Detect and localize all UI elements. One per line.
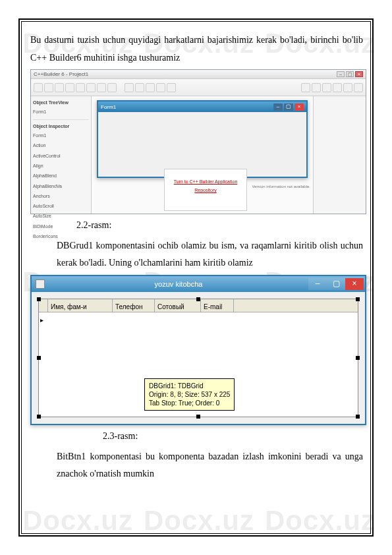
prop-row[interactable]: Action [33,140,89,150]
toolbar-button[interactable] [34,83,43,92]
paragraph-1: Bu dasturni tuzish uchun quyidagi harkat… [30,32,363,67]
component-tooltip: DBGrid1: TDBGrid Origin: 8, 8; Size: 537… [144,378,235,411]
form-maximize-icon[interactable]: ▢ [284,103,293,111]
tooltip-line: Origin: 8, 8; Size: 537 x 225 [149,390,230,399]
tooltip-line: DBGrid1: TDBGrid [149,382,230,390]
form-titlebar: Form1 – ▢ × [98,102,306,112]
tree-item[interactable]: Form1 [33,107,89,117]
minimize-icon[interactable]: – [337,71,345,77]
ide-left-panel: Object TreeView Form1 Object Inspector F… [31,96,92,214]
paragraph-2: DBGrud1 komponentasini ochib olamiz bu i… [57,237,363,272]
form2-title: yozuv kitobcha [49,278,308,291]
inspector-selected[interactable]: Form1 [33,131,89,140]
column-header[interactable]: Сотовый [155,299,201,312]
column-header[interactable]: Имя, фам-и [48,299,113,312]
toolbar-button[interactable] [312,83,321,92]
toolbar-button[interactable] [65,83,74,92]
ide-center: Form1 – ▢ × Turn to C++ Builder Applicat… [92,96,313,214]
ide-welcome-doc[interactable]: Turn to C++ Builder Application Reposito… [164,169,247,211]
page-content: Bu dasturni tuzish uchun quyidagi harkat… [30,32,363,523]
column-header[interactable]: Телефон [113,299,155,312]
ide-body: Object TreeView Form1 Object Inspector F… [31,96,366,214]
maximize-icon[interactable]: ▢ [327,278,345,290]
ide-form-designer[interactable]: Form1 – ▢ × [97,100,308,178]
form-close-icon[interactable]: × [294,103,304,111]
minimize-icon[interactable]: – [308,278,327,290]
toolbar-button[interactable] [125,83,134,92]
toolbar-button[interactable] [107,83,117,92]
toolbar-button[interactable] [146,83,155,92]
screenshot-ide: C++Builder 6 - Project1 – ▢ × [30,69,366,214]
toolbar-button[interactable] [156,83,165,92]
form-design-surface[interactable] [98,112,306,177]
prop-row[interactable]: AlphaBlend [33,171,89,181]
paragraph-3: BitBtn1 komponentasi bu komponenta bazad… [57,448,363,483]
row-indicator-icon: ▸ [40,314,43,326]
prop-row[interactable]: Align [33,161,89,171]
close-icon[interactable]: × [355,71,363,77]
dbgrid-header: Имя, фам-и Телефон Сотовый E-mail [39,299,358,312]
ide-window-buttons: – ▢ × [337,71,363,77]
figure-caption-2: 2.3-rasm: [103,428,363,446]
ide-titlebar: C++Builder 6 - Project1 – ▢ × [31,70,366,79]
toolbar-button[interactable] [343,83,352,92]
toolbar-button[interactable] [167,83,176,92]
toolbar-button[interactable] [354,83,363,92]
prop-row[interactable]: AutoSize [33,211,89,221]
maximize-icon[interactable]: ▢ [346,71,354,77]
prop-row[interactable]: BorderIcons [33,231,89,241]
resize-handle[interactable] [196,297,200,301]
toolbar-button[interactable] [333,83,342,92]
object-inspector-title: Object Inspector [33,122,89,131]
toolbar-button[interactable] [301,83,310,92]
prop-row[interactable]: AutoScroll [33,201,89,211]
dbgrid-component[interactable]: Имя, фам-и Телефон Сотовый E-mail ▸ DBGr… [38,299,358,417]
column-header[interactable]: E-mail [201,299,234,312]
form2-titlebar: yozuv kitobcha – ▢ × [32,276,365,292]
ide-status-text: Version information not available. [238,185,310,211]
toolbar-button[interactable] [97,83,106,92]
figure-caption-1: 2.2-rasm: [76,217,363,235]
ide-title: C++Builder 6 - Project1 [34,69,88,79]
ide-right-panel [313,96,366,214]
form-minimize-icon[interactable]: – [273,103,283,111]
form-title: Form1 [101,102,116,112]
object-treeview-title: Object TreeView [33,98,89,107]
prop-row[interactable]: ActiveControl [33,151,89,161]
ide-toolbar [31,79,366,96]
toolbar-button[interactable] [44,83,53,92]
tooltip-line: Tab Stop: True; Order: 0 [149,399,230,407]
prop-row[interactable]: BiDiMode [33,221,89,231]
toolbar-button[interactable] [322,83,331,92]
toolbar-button[interactable] [76,83,85,92]
resize-handle[interactable] [356,297,360,301]
toolbar-button[interactable] [135,83,144,92]
resize-handle[interactable] [37,297,41,301]
form2-body[interactable]: Имя, фам-и Телефон Сотовый E-mail ▸ DBGr… [32,292,365,424]
toolbar-button[interactable] [55,83,64,92]
close-icon[interactable]: × [345,278,364,290]
toolbar-button[interactable] [86,83,96,92]
screenshot-form: yozuv kitobcha – ▢ × Имя, фам-и Т [30,275,366,425]
app-icon [36,279,45,289]
prop-row[interactable]: AlphaBlendVa [33,181,89,191]
prop-row[interactable]: Anchors [33,191,89,201]
